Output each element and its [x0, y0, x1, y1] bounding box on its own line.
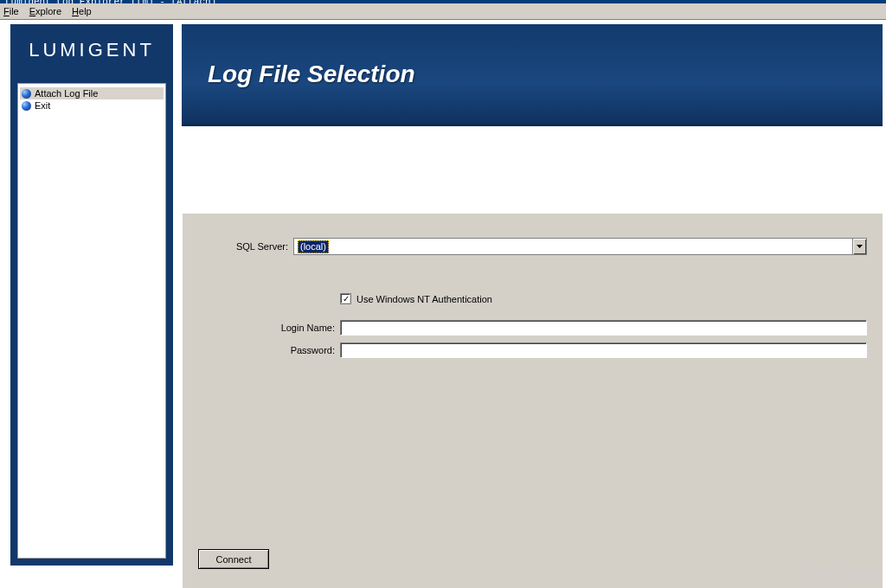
login-name-input[interactable]: [340, 320, 867, 336]
connect-button-label: Connect: [216, 554, 252, 565]
chevron-down-icon[interactable]: [852, 239, 866, 254]
nt-auth-label: Use Windows NT Authentication: [356, 294, 492, 304]
main-column: Log File Selection SQL Server: (local) ✓…: [182, 24, 883, 588]
login-name-label: Login Name:: [198, 323, 340, 333]
sidebar-item-label: Attach Log File: [35, 88, 98, 99]
form-panel: SQL Server: (local) ✓ Use Windows NT Aut…: [182, 213, 883, 588]
menu-explore[interactable]: Explore: [29, 6, 61, 16]
row-login-name: Login Name:: [198, 320, 867, 336]
header-gap: [182, 126, 883, 213]
page-header: Log File Selection: [182, 24, 883, 126]
sql-server-value: (local): [298, 240, 329, 253]
client-area: LUMIGENT Attach Log File Exit Log File S…: [0, 20, 886, 588]
sphere-icon: [22, 101, 31, 111]
sidebar: LUMIGENT Attach Log File Exit: [10, 24, 173, 566]
menu-help[interactable]: Help: [72, 6, 92, 16]
sql-server-label: SQL Server:: [198, 241, 293, 252]
row-password: Password:: [198, 342, 867, 358]
row-nt-auth: ✓ Use Windows NT Authentication: [340, 293, 867, 304]
nt-auth-checkbox[interactable]: ✓: [340, 293, 351, 304]
menu-file[interactable]: File: [3, 6, 19, 16]
svg-marker-0: [857, 245, 863, 248]
sidebar-item-attach-log-file[interactable]: Attach Log File: [20, 87, 164, 99]
menu-bar: File Explore Help: [0, 3, 886, 20]
sql-server-combo[interactable]: (local): [293, 238, 867, 255]
password-input[interactable]: [340, 342, 867, 358]
password-label: Password:: [198, 345, 340, 355]
sidebar-item-label: Exit: [35, 100, 50, 111]
window-title: Lumigent Log Explorer (tm) - [Attach]: [5, 0, 216, 3]
page-title: Log File Selection: [208, 61, 415, 88]
row-sql-server: SQL Server: (local): [198, 238, 867, 255]
sql-server-value-wrap: (local): [294, 239, 852, 254]
connect-button[interactable]: Connect: [198, 549, 269, 569]
brand-logo: LUMIGENT: [10, 24, 173, 76]
sphere-icon: [22, 89, 31, 99]
nav-panel: Attach Log File Exit: [17, 83, 166, 559]
sidebar-item-exit[interactable]: Exit: [20, 99, 164, 112]
